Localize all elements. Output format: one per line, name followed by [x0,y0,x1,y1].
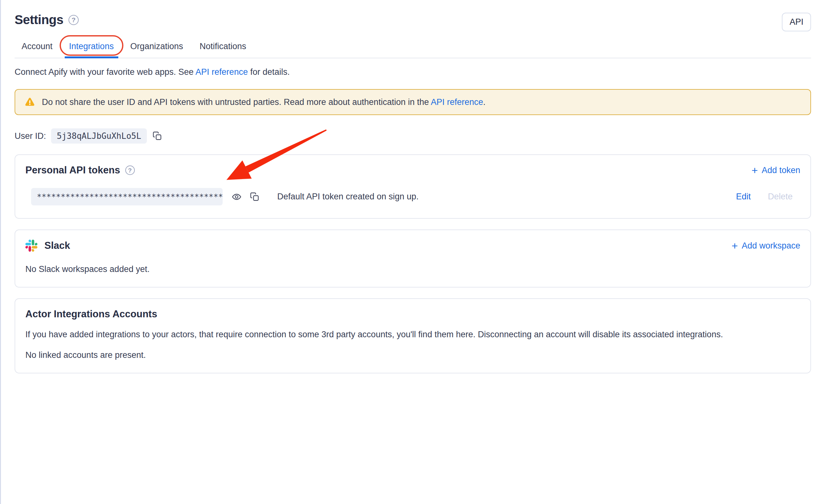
token-description: Default API token created on sign up. [277,192,419,202]
slack-empty-text: No Slack workspaces added yet. [25,264,800,274]
tab-account[interactable]: Account [18,36,56,58]
warning-api-reference-link[interactable]: API reference [431,97,483,107]
edit-token-button[interactable]: Edit [736,192,751,202]
copy-icon [153,131,162,141]
personal-api-tokens-card: Personal API tokens ? + Add token ******… [15,154,811,219]
add-token-label: Add token [762,165,800,175]
copy-user-id-button[interactable] [151,130,163,142]
settings-page: Settings ? API Account Integrations Orga… [0,0,818,504]
user-id-value: 5j38qALJbGuXhLo5L [51,128,147,144]
actor-integrations-card: Actor Integrations Accounts If you have … [15,298,811,373]
add-workspace-label: Add workspace [742,241,800,251]
api-reference-link[interactable]: API reference [195,67,248,77]
masked-token-field[interactable]: ****************************************… [31,188,223,205]
add-workspace-button[interactable]: + Add workspace [732,240,800,251]
slack-card-title: Slack [44,240,70,251]
actor-card-title: Actor Integrations Accounts [25,308,800,320]
tab-organizations[interactable]: Organizations [127,36,187,58]
reveal-token-button[interactable] [230,191,243,203]
active-tab-underline [65,56,118,58]
user-id-label: User ID: [15,131,46,141]
copy-token-button[interactable] [249,191,261,203]
tab-integrations-label: Integrations [69,42,114,51]
warning-text-after: . [483,97,486,107]
actor-card-description: If you have added integrations to your a… [25,329,800,340]
warning-text: Do not share the user ID and API tokens … [42,97,486,107]
tab-notifications[interactable]: Notifications [196,36,250,58]
plus-icon: + [752,165,758,176]
warning-triangle-icon [24,96,36,108]
token-row: ****************************************… [25,188,800,205]
tokens-card-title: Personal API tokens [25,165,120,176]
warning-text-before: Do not share the user ID and API tokens … [42,97,431,107]
actor-empty-text: No linked accounts are present. [25,350,800,360]
delete-token-button[interactable]: Delete [768,192,793,202]
plus-icon: + [732,240,738,251]
tokens-help-icon[interactable]: ? [125,165,135,175]
tab-integrations[interactable]: Integrations [65,36,118,58]
intro-text-after: for details. [248,67,289,77]
slack-card: Slack + Add workspace No Slack workspace… [15,229,811,288]
copy-icon [250,192,259,202]
eye-icon [231,192,242,202]
settings-tabs: Account Integrations Organizations Notif… [15,36,811,58]
intro-text-before: Connect Apify with your favorite web app… [15,67,195,77]
add-token-button[interactable]: + Add token [752,165,800,176]
slack-logo-icon [25,240,37,252]
help-icon[interactable]: ? [68,15,79,25]
page-left-border [0,0,1,504]
user-id-row: User ID: 5j38qALJbGuXhLo5L [15,128,811,144]
warning-banner: Do not share the user ID and API tokens … [15,89,811,115]
page-title: Settings [15,13,63,27]
intro-text: Connect Apify with your favorite web app… [15,67,811,77]
page-header: Settings ? API [15,13,811,31]
api-button[interactable]: API [782,13,811,31]
